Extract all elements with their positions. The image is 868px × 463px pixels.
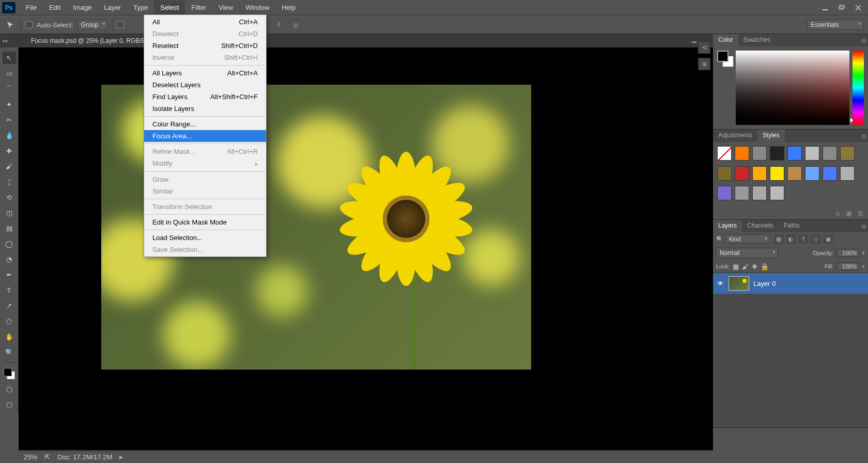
menu-filter[interactable]: Filter <box>185 1 212 14</box>
style-swatch[interactable] <box>735 146 749 161</box>
tool-brush-icon[interactable]: 🖌 <box>3 160 16 172</box>
menu-type[interactable]: Type <box>127 1 154 14</box>
fill-input[interactable]: 100% <box>836 262 859 270</box>
select-menu-focus-area[interactable]: Focus Area... <box>144 130 266 142</box>
tool-shape-icon[interactable]: ⬠ <box>3 315 16 327</box>
hue-slider[interactable] <box>853 51 864 125</box>
window-restore-button[interactable] <box>834 3 849 13</box>
select-menu-load-selection[interactable]: Load Selection... <box>144 232 266 244</box>
window-minimize-button[interactable] <box>817 3 833 13</box>
style-swatch[interactable] <box>805 166 819 181</box>
style-swatch[interactable] <box>752 166 767 181</box>
select-menu-all-layers[interactable]: All LayersAlt+Ctrl+A <box>144 67 266 79</box>
tool-crop-icon[interactable]: ✂ <box>3 114 16 126</box>
tool-quick-mask-icon[interactable]: ▢ <box>3 382 16 395</box>
delete-style-icon[interactable]: 🗑 <box>857 210 864 217</box>
select-menu-color-range[interactable]: Color Range... <box>144 118 266 130</box>
tool-marquee-icon[interactable]: ▭ <box>3 67 16 79</box>
filter-smart-icon[interactable]: ▣ <box>824 234 833 244</box>
tab-styles[interactable]: Styles <box>757 130 785 142</box>
style-swatch[interactable] <box>823 146 837 161</box>
menu-select[interactable]: Select <box>154 1 185 14</box>
tab-channels[interactable]: Channels <box>742 220 779 232</box>
show-transform-checkbox[interactable] <box>117 21 124 28</box>
tool-blur-icon[interactable]: ◯ <box>3 237 16 250</box>
tool-wand-icon[interactable]: ✦ <box>3 98 16 110</box>
tab-paths[interactable]: Paths <box>779 220 805 232</box>
layer-filter-dropdown[interactable]: Kind <box>725 234 770 244</box>
filter-adjust-icon[interactable]: ◐ <box>786 234 796 244</box>
style-swatch[interactable] <box>735 166 749 181</box>
tool-path-icon[interactable]: ↗ <box>3 299 16 312</box>
history-panel-icon[interactable]: ⟲ <box>698 41 710 54</box>
fg-bg-swatch[interactable] <box>717 51 733 125</box>
opacity-input[interactable]: 100% <box>836 249 859 257</box>
tool-heal-icon[interactable]: ✚ <box>3 145 16 157</box>
workspace-dropdown[interactable]: Essentials <box>807 20 864 30</box>
style-swatch[interactable] <box>752 186 767 200</box>
auto-align-icon[interactable]: ⫼ <box>289 19 302 31</box>
style-swatch[interactable] <box>840 166 855 181</box>
layer-thumbnail[interactable] <box>729 276 749 291</box>
style-swatch[interactable] <box>770 166 784 181</box>
style-swatch[interactable] <box>770 146 784 161</box>
tool-history-icon[interactable]: ⟲ <box>3 191 16 203</box>
export-icon[interactable]: ⇱ <box>44 453 50 461</box>
menu-image[interactable]: Image <box>67 1 98 14</box>
tool-hand-icon[interactable]: ✋ <box>3 330 16 343</box>
fill-flyout-icon[interactable]: ▾ <box>862 264 865 269</box>
properties-panel-icon[interactable]: ⊞ <box>698 58 710 70</box>
style-swatch[interactable] <box>770 186 784 200</box>
filter-type-icon[interactable]: T <box>799 234 808 244</box>
foreground-color-icon[interactable] <box>717 51 729 62</box>
select-menu-deselect-layers[interactable]: Deselect Layers <box>144 79 266 91</box>
select-menu-isolate-layers[interactable]: Isolate Layers <box>144 103 266 115</box>
lock-all-icon[interactable]: 🔒 <box>761 263 769 270</box>
collapse-left-icon[interactable]: ▸▸ <box>3 38 8 43</box>
select-menu-edit-in-quick-mask-mode[interactable]: Edit in Quick Mask Mode <box>144 216 266 228</box>
lock-position-icon[interactable]: ✥ <box>752 263 757 270</box>
menu-layer[interactable]: Layer <box>98 1 128 14</box>
tool-dodge-icon[interactable]: ◔ <box>3 253 16 265</box>
filter-shape-icon[interactable]: ◇ <box>811 234 820 244</box>
tool-pen-icon[interactable]: ✒ <box>3 268 16 281</box>
menu-file[interactable]: File <box>20 1 43 14</box>
status-flyout-icon[interactable]: ▶ <box>119 454 123 460</box>
menu-view[interactable]: View <box>212 1 239 14</box>
tab-swatches[interactable]: Swatches <box>738 34 776 46</box>
lock-pixels-icon[interactable]: 🖌 <box>742 263 749 270</box>
style-swatch[interactable] <box>787 166 802 181</box>
style-swatch[interactable] <box>752 146 767 161</box>
saturation-brightness-picker[interactable] <box>736 51 849 125</box>
select-menu-reselect[interactable]: ReselectShift+Ctrl+D <box>144 40 266 52</box>
filter-pixel-icon[interactable]: ▦ <box>774 234 783 244</box>
fgbg-tool-icon[interactable] <box>4 368 15 379</box>
document-tab[interactable]: Focus mask.psd @ 25% (Layer 0, RGB/8) <box>26 35 152 46</box>
auto-select-checkbox[interactable] <box>25 21 33 28</box>
select-menu-all[interactable]: AllCtrl+A <box>144 16 266 28</box>
tool-gradient-icon[interactable]: ▤ <box>3 222 16 234</box>
tool-zoom-icon[interactable]: 🔍 <box>3 346 16 358</box>
layers-panel-menu-icon[interactable]: ▤ <box>859 220 868 232</box>
styles-panel-menu-icon[interactable]: ▤ <box>859 130 868 142</box>
lock-transparency-icon[interactable]: ▦ <box>733 263 739 270</box>
select-menu-find-layers[interactable]: Find LayersAlt+Shift+Ctrl+F <box>144 91 266 103</box>
tool-screen-mode-icon[interactable]: ▢ <box>3 398 16 410</box>
no-style-icon[interactable]: ⊘ <box>835 210 841 217</box>
window-close-button[interactable] <box>850 3 866 13</box>
distribute-3-icon[interactable]: ⫴ <box>273 19 285 31</box>
tool-type-icon[interactable]: T <box>3 284 16 296</box>
tab-layers[interactable]: Layers <box>713 220 742 232</box>
tool-lasso-icon[interactable]: ⌒ <box>3 83 16 95</box>
layer-visibility-icon[interactable]: 👁 <box>716 279 724 288</box>
layer-item-0[interactable]: 👁 Layer 0 <box>713 273 868 294</box>
blend-mode-dropdown[interactable]: Normal <box>716 248 778 258</box>
style-swatch[interactable] <box>823 166 837 181</box>
menu-help[interactable]: Help <box>275 1 302 14</box>
style-swatch[interactable] <box>840 146 855 161</box>
tab-color[interactable]: Color <box>713 34 738 46</box>
zoom-value[interactable]: 25% <box>24 453 37 461</box>
layer-name[interactable]: Layer 0 <box>753 280 776 288</box>
tool-stamp-icon[interactable]: ⌶ <box>3 175 16 188</box>
color-panel-menu-icon[interactable]: ▤ <box>859 34 868 46</box>
